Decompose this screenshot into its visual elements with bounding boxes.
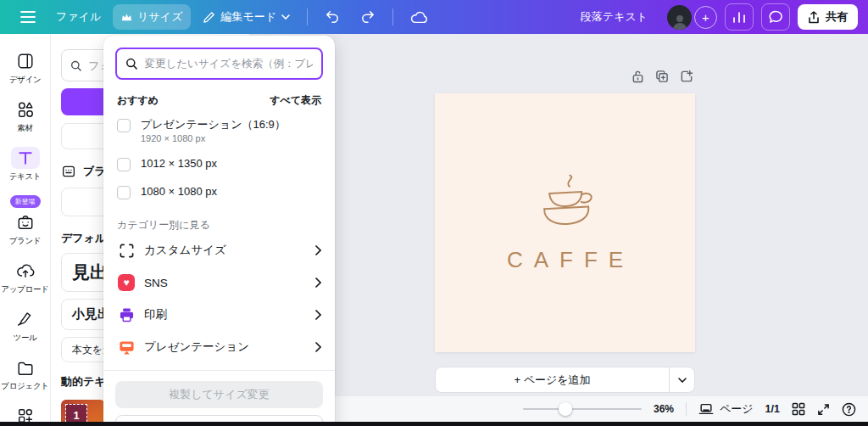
sidebar-item-label: プロジェクト bbox=[1, 381, 49, 392]
grid-view-icon bbox=[792, 402, 805, 416]
zoom-slider-thumb[interactable] bbox=[559, 402, 572, 416]
share-button[interactable]: 共有 bbox=[798, 4, 858, 30]
caffe-logo-text[interactable]: CAFFE bbox=[496, 247, 634, 273]
sidebar-item-label: アップロード bbox=[1, 284, 48, 295]
new-badge: 新登場 bbox=[10, 195, 41, 208]
size-option-label: 1012 × 1350 px bbox=[141, 157, 217, 171]
duplicate-page-button[interactable] bbox=[655, 70, 669, 83]
comments-button[interactable] bbox=[761, 3, 790, 31]
chevron-right-icon bbox=[315, 342, 321, 352]
folder-icon bbox=[16, 360, 35, 376]
sidebar-item-brand[interactable]: 新登場 ブランド bbox=[0, 189, 51, 254]
chevron-right-icon bbox=[315, 245, 321, 255]
category-sns[interactable]: ♥ SNS bbox=[115, 266, 323, 299]
category-header: カテゴリー別に見る bbox=[117, 218, 321, 233]
presentation-icon bbox=[119, 339, 135, 356]
fullscreen-button[interactable] bbox=[817, 403, 830, 416]
laptop-page-icon bbox=[698, 403, 714, 415]
sidebar-item-design[interactable]: デザイン bbox=[0, 44, 51, 92]
coffee-cup-logo bbox=[521, 170, 609, 240]
file-menu-button[interactable]: ファイル bbox=[47, 4, 109, 30]
redo-icon bbox=[360, 10, 376, 24]
sidebar-item-label: ブランド bbox=[9, 236, 42, 247]
category-presentation[interactable]: プレゼンテーション bbox=[115, 331, 323, 363]
edit-mode-label: 編集モード bbox=[220, 9, 276, 25]
duplicate-and-resize-button[interactable]: 複製してサイズ変更 bbox=[115, 381, 323, 408]
redo-button[interactable] bbox=[352, 5, 384, 29]
resize-menu-button[interactable]: リサイズ bbox=[113, 4, 191, 30]
sidebar-item-label: テキスト bbox=[9, 171, 42, 182]
statusbar-separator bbox=[686, 402, 687, 416]
chevron-right-icon bbox=[315, 310, 321, 320]
add-page-icon bbox=[680, 70, 693, 83]
help-icon bbox=[842, 402, 856, 417]
checkbox[interactable] bbox=[117, 119, 131, 132]
add-page-dropdown-button[interactable] bbox=[669, 367, 694, 392]
undo-button[interactable] bbox=[316, 5, 348, 29]
pages-label: ページ bbox=[720, 401, 754, 417]
document-title[interactable]: 段落テキスト bbox=[581, 9, 648, 25]
status-bar: メモ 36% ページ 1/1 bbox=[250, 396, 868, 422]
size-option-dimensions: 1920 × 1080 px bbox=[141, 133, 286, 143]
undo-icon bbox=[325, 10, 340, 24]
add-page-split-button: + ページを追加 bbox=[435, 367, 695, 393]
chevron-down-icon bbox=[678, 378, 687, 383]
grid-view-button[interactable] bbox=[792, 402, 805, 416]
sidebar-item-text[interactable]: テキスト bbox=[0, 141, 51, 189]
toolbar-separator bbox=[307, 8, 308, 25]
hamburger-menu-button[interactable] bbox=[12, 6, 44, 28]
insights-button[interactable] bbox=[725, 3, 754, 31]
add-member-button[interactable]: + bbox=[694, 6, 717, 29]
resize-search-input[interactable] bbox=[144, 58, 313, 70]
size-option-presentation[interactable]: プレゼンテーション（16:9） 1920 × 1080 px bbox=[115, 111, 323, 150]
unlock-icon bbox=[632, 70, 644, 83]
printer-icon bbox=[119, 307, 135, 322]
show-all-link[interactable]: すべて表示 bbox=[270, 93, 321, 108]
sidebar-item-label: ツール bbox=[13, 333, 36, 344]
canvas-area[interactable]: CAFFE + ページを追加 bbox=[250, 34, 868, 396]
design-page[interactable]: CAFFE bbox=[435, 93, 695, 352]
window-bottom-edge bbox=[0, 422, 868, 426]
sidebar-item-label: デザイン bbox=[9, 75, 42, 86]
help-button[interactable] bbox=[842, 402, 856, 417]
bar-chart-icon bbox=[732, 11, 746, 24]
add-page-button[interactable]: + ページを追加 bbox=[436, 367, 669, 392]
chevron-down-icon bbox=[281, 14, 290, 20]
category-label: SNS bbox=[144, 277, 307, 289]
size-option-1080x1080[interactable]: 1080 × 1080 px bbox=[115, 178, 323, 206]
brand-icon bbox=[16, 214, 35, 231]
checkbox[interactable] bbox=[117, 186, 131, 199]
checkbox[interactable] bbox=[117, 158, 131, 171]
pages-view-button[interactable]: ページ bbox=[698, 401, 754, 417]
sidebar-item-elements[interactable]: 素材 bbox=[0, 92, 51, 141]
sidebar-item-tools[interactable]: ツール bbox=[0, 302, 51, 350]
left-rail: デザイン 素材 テキスト 新登場 ブランド アップロード ツール プロジェクト bbox=[0, 34, 51, 422]
chevron-right-icon bbox=[315, 277, 321, 288]
crown-icon bbox=[121, 13, 132, 22]
add-page-icon-button[interactable] bbox=[680, 70, 693, 83]
lock-button[interactable] bbox=[632, 70, 644, 83]
zoom-slider[interactable] bbox=[523, 402, 642, 416]
recommended-header: おすすめ bbox=[117, 93, 159, 108]
sidebar-item-projects[interactable]: プロジェクト bbox=[0, 350, 51, 399]
custom-size-icon bbox=[119, 243, 135, 259]
category-label: プレゼンテーション bbox=[144, 339, 307, 355]
category-label: カスタムサイズ bbox=[144, 243, 307, 258]
edit-mode-button[interactable]: 編集モード bbox=[194, 4, 298, 30]
category-custom-size[interactable]: カスタムサイズ bbox=[115, 234, 323, 266]
size-option-1012x1350[interactable]: 1012 × 1350 px bbox=[115, 150, 323, 178]
category-label: 印刷 bbox=[144, 307, 307, 322]
cloud-icon bbox=[410, 10, 427, 24]
page-numbers-thumbnail: 1 2 bbox=[61, 400, 105, 422]
zoom-percent[interactable]: 36% bbox=[654, 403, 674, 415]
canva-editor-window: ファイル リサイズ 編集モード 段落テキスト bbox=[0, 0, 868, 426]
resize-search-box[interactable] bbox=[115, 48, 323, 80]
upload-cloud-icon bbox=[16, 262, 35, 279]
sidebar-item-uploads[interactable]: アップロード bbox=[0, 254, 51, 302]
page-indicator: 1/1 bbox=[765, 403, 780, 415]
resize-menu-label: リサイズ bbox=[137, 9, 182, 25]
text-tool-icon bbox=[17, 149, 34, 166]
avatar[interactable] bbox=[667, 5, 692, 30]
category-print[interactable]: 印刷 bbox=[115, 299, 323, 331]
cloud-save-status-button[interactable] bbox=[402, 5, 436, 29]
